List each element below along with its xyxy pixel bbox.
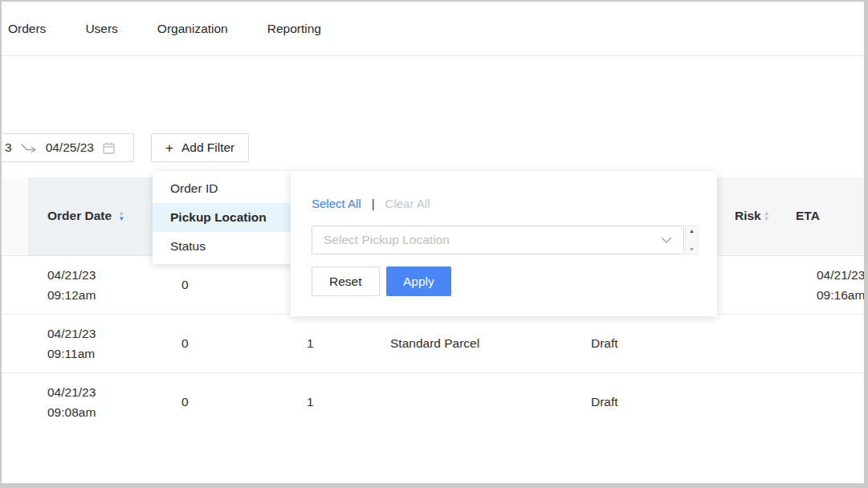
apply-button[interactable]: Apply [386, 266, 451, 296]
add-filter-dropdown-menu: Order ID Pickup Location Status [153, 171, 294, 264]
table-cell: 0 [162, 372, 287, 431]
column-header-order-date[interactable]: Order Date ▲▼ [28, 177, 162, 255]
table-cell: 0 [162, 314, 287, 372]
table-cell: Standard Parcel [371, 314, 572, 372]
stub-cell [2, 372, 28, 431]
date-range-picker[interactable]: 3 04/25/23 [0, 133, 134, 162]
table-cell: Draft [572, 372, 712, 431]
nav-item-users[interactable]: Users [85, 22, 117, 36]
clear-all-link[interactable]: Clear All [385, 197, 430, 210]
calendar-icon [102, 141, 116, 155]
vertical-divider: | [372, 197, 375, 210]
end-date-value: 04/25/23 [46, 140, 94, 155]
risk-cell [712, 314, 793, 372]
pickup-location-filter-popup: Select All | Clear All Select Pickup Loc… [291, 171, 717, 316]
menu-item-pickup-location[interactable]: Pickup Location [153, 203, 294, 232]
order-date-cell: 04/21/23 09:08am [28, 372, 162, 431]
nav-item-orders[interactable]: Orders [8, 22, 46, 36]
nav-item-organization[interactable]: Organization [157, 22, 228, 36]
caret-down-icon: ▼ [764, 217, 770, 222]
table-cell: 1 [287, 372, 371, 431]
column-header-risk[interactable]: Risk ▲▼ [712, 177, 793, 255]
add-filter-label: Add Filter [181, 140, 234, 155]
menu-item-status[interactable]: Status [153, 232, 294, 261]
sorter: ▲▼ [764, 211, 770, 222]
risk-cell [712, 372, 793, 431]
order-date-header-label: Order Date [47, 209, 112, 223]
table-row[interactable]: 04/21/23 09:08am 0 1 Draft [2, 372, 864, 431]
top-navigation: Orders Users Organization Reporting [2, 2, 864, 56]
start-date-fragment: 3 [5, 140, 12, 155]
risk-header-label: Risk [735, 209, 761, 223]
table-cell: Draft [572, 314, 712, 372]
scroll-down-icon[interactable]: ▼ [689, 246, 695, 252]
reset-button[interactable]: Reset [312, 266, 380, 296]
eta-cell [793, 314, 864, 372]
add-filter-button[interactable]: + Add Filter [151, 133, 249, 162]
order-date-cell: 04/21/23 09:11am [28, 314, 162, 372]
select-placeholder: Select Pickup Location [324, 233, 661, 247]
eta-cell [793, 372, 864, 431]
bulk-select-links: Select All | Clear All [312, 197, 430, 210]
caret-down-icon: ▼ [118, 217, 124, 222]
table-cell [371, 372, 572, 431]
eta-cell: 04/21/23 09:16am [793, 255, 864, 314]
sorter: ▲▼ [118, 211, 124, 222]
nav-item-reporting[interactable]: Reporting [267, 22, 321, 36]
stub-cell [2, 255, 28, 314]
table-cell: 1 [287, 314, 371, 372]
scroll-up-icon[interactable]: ▲ [689, 228, 695, 234]
pickup-location-select[interactable]: Select Pickup Location [312, 226, 684, 254]
popup-scrollbar[interactable]: ▲ ▼ [685, 226, 699, 254]
table-row[interactable]: 04/21/23 09:11am 0 1 Standard Parcel Dra… [2, 314, 864, 372]
menu-item-order-id[interactable]: Order ID [153, 174, 294, 203]
eta-header-label: ETA [796, 209, 820, 222]
plus-icon: + [165, 141, 173, 155]
chevron-down-icon [661, 237, 672, 244]
column-header-eta: ETA [793, 177, 864, 255]
swap-right-icon [20, 142, 38, 153]
app-window: Orders Users Organization Reporting 3 04… [0, 0, 868, 488]
order-date-cell: 04/21/23 09:12am [28, 255, 162, 314]
select-all-link[interactable]: Select All [312, 197, 361, 210]
header-stub-cell [2, 177, 28, 255]
risk-cell [712, 255, 793, 314]
stub-cell [2, 314, 28, 372]
